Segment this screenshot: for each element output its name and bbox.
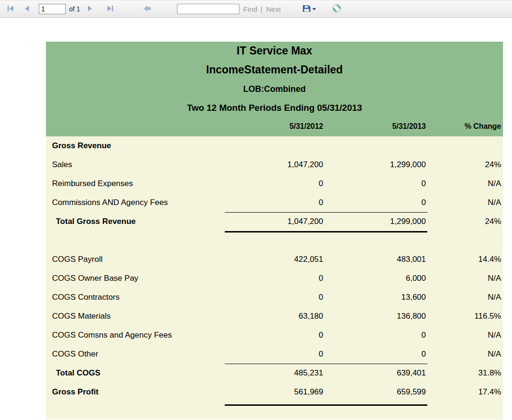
column-header-period2: 5/31/2013: [324, 117, 427, 136]
row-label: COGS Comsns and Agency Fees: [46, 326, 225, 345]
report-row-9: COGS Contractors013,600N/A: [46, 288, 503, 307]
report-row-12: COGS Other00N/A: [46, 345, 503, 364]
row-label: COGS Owner Base Pay: [46, 269, 225, 288]
report-row-10: COGS Materials63,180136,800116.5%: [46, 307, 503, 326]
value-period2: 136,800: [324, 307, 427, 326]
row-label: COGS Materials: [46, 307, 225, 326]
value-change: N/A: [427, 345, 503, 364]
row-label: Gross Profit: [46, 383, 225, 402]
previous-page-button[interactable]: [22, 4, 31, 14]
value-period1: 0: [225, 269, 324, 288]
rule-segment: [225, 231, 324, 238]
report-row-1: Sales1,047,2001,299,00024%: [46, 155, 503, 174]
next-page-button[interactable]: [86, 4, 95, 14]
income-statement-report: IT Service Max IncomeStatement-Detailed …: [46, 42, 503, 420]
export-save-icon: [302, 5, 311, 14]
value-change: N/A: [427, 174, 503, 193]
report-viewer-toolbar: of 1 Find | Next: [0, 0, 512, 18]
column-headers: 5/31/2012 5/31/2013 % Change: [46, 117, 503, 136]
search-input[interactable]: [177, 4, 239, 14]
value-change: N/A: [427, 269, 503, 288]
last-page-icon: [106, 5, 114, 13]
row-label: Commissions AND Agency Fees: [46, 193, 225, 213]
value-period1: 422,051: [225, 250, 324, 269]
rule-segment: [324, 404, 427, 411]
first-page-icon: [7, 5, 15, 13]
rule-gap: [46, 231, 225, 238]
value-change: [427, 136, 503, 155]
find-next-separator: |: [261, 5, 263, 13]
value-period2: 13,600: [324, 288, 427, 307]
refresh-icon: [332, 4, 341, 14]
value-period2: 639,401: [324, 364, 427, 383]
back-button[interactable]: [142, 4, 152, 14]
report-row-14: Gross Profit561,969659,59917.4%: [46, 383, 503, 402]
row-label: Total COGS: [46, 364, 225, 383]
row-label: Gross Revenue: [46, 136, 225, 155]
row-label: COGS Contractors: [46, 288, 225, 307]
find-link[interactable]: Find: [243, 5, 257, 13]
refresh-button[interactable]: [331, 3, 342, 15]
dropdown-caret-icon: [312, 8, 316, 10]
report-row-11: COGS Comsns and Agency Fees00N/A: [46, 326, 503, 345]
row-label: Reimbursed Expenses: [46, 174, 225, 193]
next-page-icon: [87, 5, 94, 13]
total-underline-rule: [46, 231, 503, 238]
report-row-0: Gross Revenue: [46, 136, 503, 155]
value-change: N/A: [427, 193, 503, 213]
report-lob: LOB:Combined: [46, 80, 503, 98]
value-period2: 0: [324, 193, 427, 213]
report-title: IT Service Max: [46, 42, 503, 60]
report-row-7: COGS Payroll422,051483,00114.4%: [46, 250, 503, 269]
value-change: 14.4%: [427, 250, 503, 269]
value-period1: 0: [225, 174, 324, 193]
value-period1: 1,047,200: [225, 155, 324, 174]
value-period2: 0: [324, 174, 427, 193]
report-row-13: Total COGS485,231639,40131.8%: [46, 364, 503, 383]
page-number-input[interactable]: [39, 4, 66, 14]
row-label: Sales: [46, 155, 225, 174]
value-period2: 6,000: [324, 269, 427, 288]
report-period: Two 12 Month Periods Ending 05/31/2013: [46, 98, 503, 117]
spacer-row: [46, 238, 503, 250]
value-period2: 1,299,000: [324, 155, 427, 174]
report-subtitle: IncomeStatement-Detailed: [46, 60, 503, 80]
value-period2: 483,001: [324, 250, 427, 269]
value-period1: 0: [225, 193, 324, 213]
value-period1: [225, 136, 324, 155]
value-period1: 0: [225, 288, 324, 307]
value-change: N/A: [427, 288, 503, 307]
find-next-link[interactable]: Next: [266, 5, 281, 13]
value-period2: [324, 136, 427, 155]
report-body: Gross RevenueSales1,047,2001,299,00024%R…: [46, 136, 503, 420]
value-change: 116.5%: [427, 307, 503, 326]
report-header: IT Service Max IncomeStatement-Detailed …: [46, 42, 503, 136]
value-change: 31.8%: [427, 364, 503, 383]
rule-gap: [427, 404, 503, 411]
report-row-3: Commissions AND Agency Fees00N/A: [46, 193, 503, 212]
value-change: N/A: [427, 326, 503, 345]
column-header-period1: 5/31/2012: [225, 117, 324, 136]
row-label: COGS Other: [46, 345, 225, 364]
last-page-button[interactable]: [105, 4, 115, 14]
value-period2: 0: [324, 326, 427, 345]
value-period1: 0: [225, 326, 324, 345]
value-period2: 0: [324, 345, 427, 364]
value-period1: 63,180: [225, 307, 324, 326]
report-row-4: Total Gross Revenue1,047,2001,299,00024%: [46, 212, 503, 231]
value-period2: 659,599: [324, 383, 427, 402]
value-period1: 561,969: [225, 383, 324, 402]
previous-page-icon: [23, 5, 30, 13]
page-count-label: of 1: [69, 5, 80, 13]
row-label: COGS Payroll: [46, 250, 225, 269]
value-change: 24%: [427, 212, 503, 231]
export-button[interactable]: [301, 4, 317, 15]
column-header-change: % Change: [427, 117, 503, 136]
first-page-button[interactable]: [6, 4, 16, 14]
report-row-2: Reimbursed Expenses00N/A: [46, 174, 503, 193]
back-arrow-icon: [143, 5, 151, 13]
column-header-spacer: [46, 117, 225, 136]
rule-gap: [427, 231, 503, 238]
row-label: Total Gross Revenue: [46, 212, 225, 231]
value-period1: 0: [225, 345, 324, 364]
